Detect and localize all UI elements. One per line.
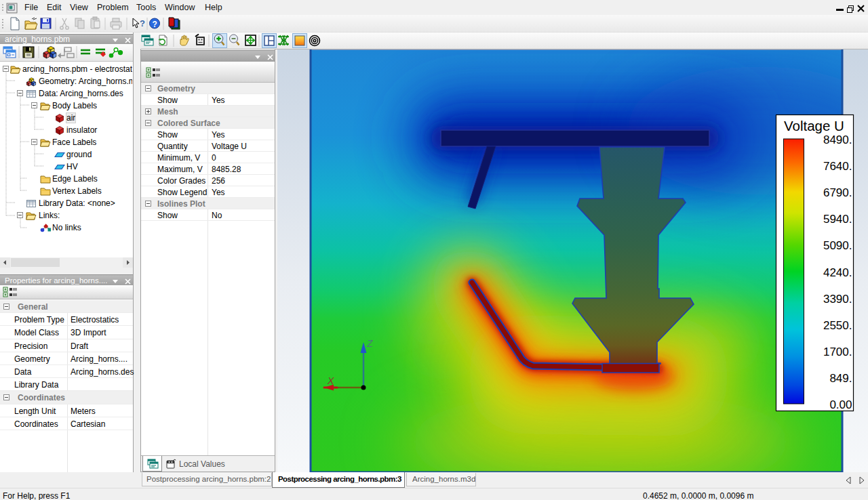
svg-text:8490.: 8490. [823,133,852,146]
svg-text:Voltage U: Voltage U [784,118,844,133]
svg-text:?: ? [153,20,157,29]
svg-text:5090.: 5090. [823,239,852,252]
svg-text:4240.: 4240. [823,266,852,279]
svg-text:7640.: 7640. [823,160,852,173]
svg-text:2550.: 2550. [823,319,852,332]
svg-text:?: ? [140,18,145,28]
svg-text:1700.: 1700. [823,346,852,358]
svg-text:X: X [327,375,334,386]
svg-text:6790.: 6790. [823,186,852,199]
svg-text:849.: 849. [829,372,852,385]
svg-text:3390.: 3390. [823,293,852,306]
svg-text:5940.: 5940. [823,213,852,226]
svg-text:0.00: 0.00 [829,398,852,411]
svg-text:Z: Z [366,338,373,349]
